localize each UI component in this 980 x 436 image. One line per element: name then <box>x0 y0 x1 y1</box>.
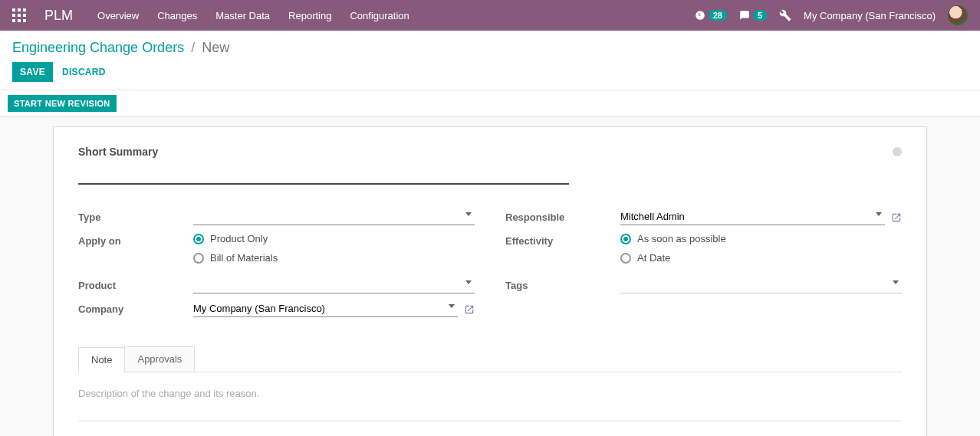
type-label: Type <box>78 209 193 223</box>
short-summary-input[interactable] <box>78 162 569 185</box>
apply-on-radio-group: Product Only Bill of Materials <box>193 233 475 264</box>
discard-button[interactable]: DISCARD <box>62 67 106 77</box>
radio-icon <box>193 234 204 244</box>
tab-content-note: Description of the change and its reason… <box>78 372 902 436</box>
clock-icon <box>695 10 705 21</box>
effectivity-radio-group: As soon as possible At Date <box>620 233 902 264</box>
main-menu: Overview Changes Master Data Reporting C… <box>97 10 409 21</box>
kanban-state-toggle[interactable] <box>893 147 902 156</box>
external-link-icon <box>891 212 902 223</box>
debug-button[interactable] <box>779 9 791 22</box>
chat-icon <box>739 10 750 21</box>
breadcrumb-separator: / <box>191 40 195 55</box>
messages-button[interactable]: 5 <box>739 10 767 21</box>
responsible-label: Responsible <box>505 209 620 223</box>
radio-label: Product Only <box>210 233 268 244</box>
apps-icon[interactable] <box>12 8 26 22</box>
product-dropdown-icon[interactable] <box>465 280 472 284</box>
radio-label: As soon as possible <box>637 233 726 244</box>
responsible-input[interactable] <box>620 209 885 225</box>
responsible-external-link[interactable] <box>891 211 902 224</box>
menu-changes[interactable]: Changes <box>157 10 197 21</box>
company-input[interactable] <box>193 301 458 317</box>
tags-input[interactable] <box>620 277 902 293</box>
messages-count: 5 <box>753 10 767 21</box>
effectivity-asap[interactable]: As soon as possible <box>620 233 902 244</box>
note-editor[interactable]: Description of the change and its reason… <box>78 388 902 421</box>
product-label: Product <box>78 277 193 291</box>
company-external-link[interactable] <box>464 303 475 316</box>
top-navbar: PLM Overview Changes Master Data Reporti… <box>0 0 980 31</box>
form-sheet: Short Summary Type Appl <box>53 126 927 436</box>
radio-icon <box>193 253 204 264</box>
breadcrumb: Engineering Change Orders / New <box>12 40 968 56</box>
menu-overview[interactable]: Overview <box>97 10 139 21</box>
save-button[interactable]: SAVE <box>12 62 53 82</box>
type-input[interactable] <box>193 209 475 225</box>
activities-button[interactable]: 28 <box>695 10 727 21</box>
breadcrumb-current: New <box>202 40 229 55</box>
tab-approvals[interactable]: Approvals <box>124 346 195 372</box>
button-row: SAVE DISCARD <box>12 62 968 90</box>
responsible-dropdown-icon[interactable] <box>876 212 882 216</box>
apply-on-product-only[interactable]: Product Only <box>193 233 475 244</box>
product-input[interactable] <box>193 277 475 293</box>
navbar-right: 28 5 My Company (San Francisco) <box>695 5 968 25</box>
status-bar: START NEW REVISION <box>0 90 980 117</box>
app-brand[interactable]: PLM <box>44 8 73 24</box>
menu-reporting[interactable]: Reporting <box>288 10 331 21</box>
effectivity-at-date[interactable]: At Date <box>620 252 902 264</box>
company-dropdown-icon[interactable] <box>449 304 455 308</box>
apply-on-label: Apply on <box>78 233 193 247</box>
effectivity-label: Effectivity <box>505 233 620 247</box>
short-summary-label: Short Summary <box>78 146 893 158</box>
notebook-tabs: Note Approvals <box>78 346 902 372</box>
company-switcher[interactable]: My Company (San Francisco) <box>804 10 936 21</box>
tab-note[interactable]: Note <box>78 347 125 372</box>
radio-icon <box>620 253 631 264</box>
wrench-icon <box>779 9 791 21</box>
control-panel: Engineering Change Orders / New SAVE DIS… <box>0 31 980 90</box>
tags-dropdown-icon[interactable] <box>893 280 899 284</box>
title-row: Short Summary <box>78 146 902 185</box>
type-dropdown-icon[interactable] <box>465 212 472 216</box>
radio-icon <box>620 234 631 244</box>
form-col-right: Responsible Effectivity <box>505 209 902 325</box>
start-new-revision-button[interactable]: START NEW REVISION <box>8 95 117 112</box>
apply-on-bom[interactable]: Bill of Materials <box>193 252 475 264</box>
breadcrumb-parent[interactable]: Engineering Change Orders <box>12 40 184 55</box>
menu-configuration[interactable]: Configuration <box>350 10 409 21</box>
menu-master-data[interactable]: Master Data <box>215 10 270 21</box>
external-link-icon <box>464 304 475 315</box>
tags-label: Tags <box>505 277 620 291</box>
radio-label: Bill of Materials <box>210 252 278 264</box>
activities-count: 28 <box>709 10 727 21</box>
company-label: Company <box>78 301 193 315</box>
radio-label: At Date <box>637 252 670 264</box>
form-col-left: Type Apply on Product Only <box>78 209 475 325</box>
user-avatar[interactable] <box>948 5 968 25</box>
